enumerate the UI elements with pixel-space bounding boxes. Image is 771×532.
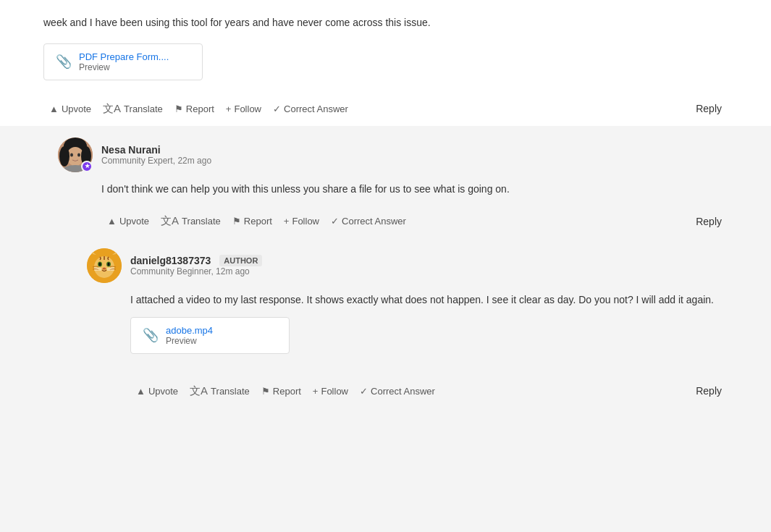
nesa-time: 22m ago [177, 156, 211, 166]
daniel-reply-body: I attached a video to my last response. … [130, 292, 728, 308]
daniel-attachment-preview-label: Preview [166, 336, 213, 346]
nesa-name: Nesa Nurani [101, 144, 211, 156]
nesa-translate-label[interactable]: Translate [182, 216, 221, 227]
top-action-bar: ▲ Upvote 文A Translate ⚑ Report + Follow … [0, 92, 771, 126]
upvote-button[interactable]: ▲ Upvote [43, 101, 97, 117]
top-post-text: week and I have been using this tool for… [43, 14, 728, 32]
nesa-upvote-button[interactable]: ▲ Upvote [101, 213, 155, 229]
daniel-paperclip-icon: 📎 [143, 327, 159, 343]
nesa-correct-answer-label[interactable]: Correct Answer [342, 216, 406, 227]
expert-badge-star: ★ [85, 163, 90, 169]
daniel-action-bar: ▲ Upvote 文A Translate ⚑ Report + Follow … [130, 376, 728, 407]
nesa-reply-button[interactable]: Reply [690, 213, 728, 230]
nesa-action-bar: ▲ Upvote 文A Translate ⚑ Report + Follow … [101, 206, 728, 237]
daniel-translate-icon: 文A [190, 384, 208, 398]
nesa-report-label[interactable]: Report [244, 216, 272, 227]
daniel-reply-header: danielg81387373 AUTHOR Community Beginne… [87, 248, 728, 283]
daniel-meta: Community Beginner, 12m ago [130, 266, 262, 276]
nesa-translate-button[interactable]: 文A Translate [155, 211, 227, 231]
top-post-section: week and I have been using this tool for… [0, 0, 771, 92]
nesa-upvote-icon: ▲ [107, 216, 117, 227]
daniel-name-row: danielg81387373 AUTHOR [130, 255, 262, 266]
nesa-user-info: Nesa Nurani Community Expert, 22m ago [101, 144, 211, 166]
nesa-avatar-wrapper: ★ [58, 138, 93, 172]
correct-answer-button[interactable]: ✓ Correct Answer [267, 101, 354, 117]
nesa-reply-body: I don't think we can help you with this … [101, 181, 728, 197]
follow-icon: + [226, 104, 232, 114]
daniel-attachment-info: adobe.mp4 Preview [166, 325, 213, 346]
reply-daniel: danielg81387373 AUTHOR Community Beginne… [43, 237, 771, 406]
translate-button[interactable]: 文A Translate [97, 99, 169, 119]
nesa-report-icon: ⚑ [232, 216, 241, 227]
svg-point-3 [59, 146, 69, 166]
daniel-report-label[interactable]: Report [273, 386, 301, 397]
correct-answer-icon: ✓ [273, 104, 281, 114]
attachment-title[interactable]: PDF Prepare Form.... [79, 51, 169, 62]
translate-label[interactable]: Translate [124, 104, 163, 114]
nesa-follow-icon: + [284, 216, 290, 227]
daniel-avatar-svg [87, 248, 122, 283]
attachment-preview-label: Preview [79, 62, 169, 72]
daniel-upvote-icon: ▲ [136, 386, 146, 397]
daniel-attachment-wrapper: 📎 adobe.mp4 Preview [130, 317, 728, 366]
daniel-upvote-label[interactable]: Upvote [148, 386, 178, 397]
nesa-meta: Community Expert, 22m ago [101, 156, 211, 166]
svg-point-18 [108, 263, 110, 266]
follow-button[interactable]: + Follow [220, 101, 267, 117]
nesa-correct-answer-icon: ✓ [331, 216, 339, 227]
daniel-follow-button[interactable]: + Follow [307, 383, 354, 400]
reply-button-top[interactable]: Reply [690, 100, 728, 117]
report-button[interactable]: ⚑ Report [169, 101, 220, 117]
daniel-reply-button[interactable]: Reply [690, 382, 728, 400]
correct-answer-label[interactable]: Correct Answer [284, 104, 348, 114]
upvote-label[interactable]: Upvote [62, 104, 91, 114]
daniel-name: danielg81387373 [130, 255, 211, 266]
daniel-user-info: danielg81387373 AUTHOR Community Beginne… [130, 255, 262, 276]
daniel-attachment[interactable]: 📎 adobe.mp4 Preview [130, 317, 290, 354]
daniel-upvote-button[interactable]: ▲ Upvote [130, 383, 184, 400]
replies-container: ★ Nesa Nurani Community Expert, 22m ago … [0, 126, 771, 407]
daniel-attachment-title[interactable]: adobe.mp4 [166, 325, 213, 336]
daniel-author-tag: AUTHOR [219, 255, 262, 266]
daniel-report-button[interactable]: ⚑ Report [256, 383, 307, 400]
daniel-follow-icon: + [313, 386, 319, 397]
svg-point-19 [103, 268, 106, 270]
daniel-role: Community Beginner [130, 266, 211, 276]
daniel-report-icon: ⚑ [261, 386, 270, 397]
nesa-upvote-label[interactable]: Upvote [119, 216, 149, 227]
report-label[interactable]: Report [186, 104, 214, 114]
page-container: week and I have been using this tool for… [0, 0, 771, 532]
nesa-follow-label[interactable]: Follow [292, 216, 319, 227]
nesa-translate-icon: 文A [161, 214, 179, 228]
svg-point-8 [77, 153, 80, 156]
svg-point-7 [70, 153, 73, 156]
attachment-info: PDF Prepare Form.... Preview [79, 51, 169, 72]
reply-nesa-header: ★ Nesa Nurani Community Expert, 22m ago [58, 138, 728, 172]
expert-badge: ★ [81, 161, 93, 172]
daniel-correct-answer-icon: ✓ [360, 386, 368, 397]
translate-icon: 文A [103, 102, 121, 116]
reply-nesa: ★ Nesa Nurani Community Expert, 22m ago … [43, 126, 771, 237]
daniel-translate-label[interactable]: Translate [211, 386, 250, 397]
daniel-correct-answer-label[interactable]: Correct Answer [371, 386, 435, 397]
nesa-report-button[interactable]: ⚑ Report [227, 213, 278, 229]
svg-point-17 [99, 263, 101, 266]
daniel-follow-label[interactable]: Follow [321, 386, 348, 397]
daniel-time: 12m ago [216, 266, 250, 276]
paperclip-icon: 📎 [56, 54, 72, 69]
follow-label[interactable]: Follow [234, 104, 261, 114]
nesa-correct-answer-button[interactable]: ✓ Correct Answer [325, 213, 412, 229]
upvote-icon: ▲ [49, 104, 59, 114]
top-attachment[interactable]: 📎 PDF Prepare Form.... Preview [43, 43, 203, 80]
daniel-correct-answer-button[interactable]: ✓ Correct Answer [354, 383, 441, 400]
daniel-avatar [87, 248, 122, 283]
nesa-follow-button[interactable]: + Follow [278, 213, 325, 229]
nesa-role: Community Expert [101, 156, 173, 166]
report-icon: ⚑ [174, 104, 183, 114]
daniel-translate-button[interactable]: 文A Translate [184, 381, 256, 401]
